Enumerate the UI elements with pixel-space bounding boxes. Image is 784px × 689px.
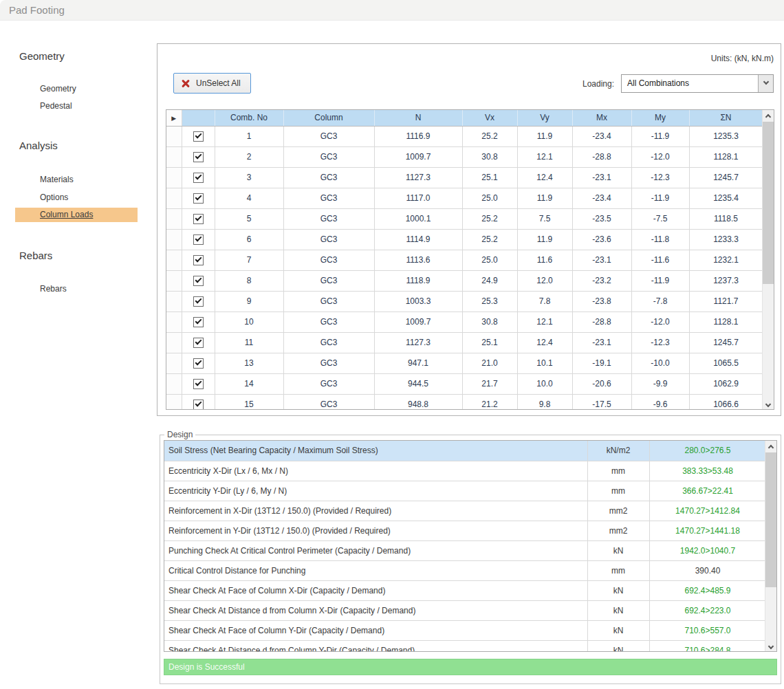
- row-checkbox[interactable]: [193, 400, 204, 410]
- column-header-n[interactable]: N: [374, 110, 462, 126]
- row-checkbox[interactable]: [193, 317, 204, 327]
- cell-mx: -23.5: [572, 208, 631, 229]
- scroll-up-button[interactable]: [763, 110, 774, 122]
- cell-n: 1114.9: [374, 229, 462, 250]
- checkbox-cell[interactable]: [182, 394, 215, 410]
- cell-my: -11.9: [631, 270, 689, 291]
- checkbox-cell[interactable]: [182, 167, 215, 188]
- loads-row: 13GC3947.121.010.1-19.1-10.01065.5: [166, 353, 763, 373]
- row-header-cell[interactable]: [166, 353, 182, 373]
- checkbox-cell[interactable]: [182, 250, 215, 270]
- cell-mx: -23.2: [572, 270, 631, 291]
- row-checkbox[interactable]: [193, 338, 204, 348]
- cell-column: GC3: [283, 126, 374, 146]
- design-scrollbar[interactable]: [765, 441, 776, 651]
- check-icon: [195, 338, 202, 345]
- row-checkbox[interactable]: [193, 234, 204, 245]
- sidebar-item-options[interactable]: Options: [40, 193, 68, 202]
- row-checkbox[interactable]: [193, 358, 204, 369]
- scroll-down-button[interactable]: [765, 639, 776, 651]
- design-row[interactable]: Reinforcement in Y-Dir (13T12 / 150.0) (…: [164, 521, 766, 540]
- row-header-cell[interactable]: [166, 270, 182, 291]
- design-row[interactable]: Shear Check At Face of Column Y-Dir (Cap…: [164, 620, 766, 640]
- dropdown-arrow-button[interactable]: [758, 75, 773, 92]
- column-header-checkbox[interactable]: [182, 110, 215, 126]
- cell-vx: 25.3: [462, 291, 517, 311]
- column-header-mx[interactable]: Mx: [572, 110, 631, 126]
- checkbox-cell[interactable]: [182, 332, 215, 353]
- chevron-down-icon: [763, 79, 768, 85]
- column-header-vx[interactable]: Vx: [462, 110, 517, 126]
- scroll-down-button[interactable]: [763, 397, 774, 409]
- cell-mx: -28.8: [572, 311, 631, 332]
- loads-scrollbar[interactable]: [762, 110, 774, 409]
- column-header--n[interactable]: ΣN: [689, 110, 763, 126]
- row-header-cell[interactable]: [166, 311, 182, 332]
- cell-n: 1009.7: [374, 311, 462, 332]
- row-header-cell[interactable]: [166, 229, 182, 250]
- row-checkbox[interactable]: [193, 193, 204, 204]
- column-header-my[interactable]: My: [631, 110, 689, 126]
- row-header-corner[interactable]: ▶: [166, 110, 182, 126]
- column-header-vy[interactable]: Vy: [517, 110, 572, 126]
- column-header-column[interactable]: Column: [283, 110, 374, 126]
- row-header-cell[interactable]: [166, 332, 182, 353]
- checkbox-cell[interactable]: [182, 229, 215, 250]
- scroll-up-button[interactable]: [765, 441, 776, 452]
- row-checkbox[interactable]: [193, 276, 204, 286]
- checkbox-cell[interactable]: [182, 126, 215, 146]
- row-header-cell[interactable]: [166, 208, 182, 229]
- checkbox-cell[interactable]: [182, 291, 215, 311]
- row-header-cell[interactable]: [166, 394, 182, 410]
- row-header-cell[interactable]: [166, 373, 182, 394]
- unselect-all-button[interactable]: UnSelect All: [173, 73, 251, 94]
- design-row[interactable]: Eccentricity X-Dir (Lx / 6, Mx / N)mm383…: [164, 461, 766, 481]
- design-row[interactable]: Soil Stress (Net Bearing Capacity / Maxi…: [164, 441, 766, 461]
- cell-comb-no: 13: [215, 353, 283, 373]
- scrollbar-thumb[interactable]: [765, 452, 776, 587]
- row-checkbox[interactable]: [193, 255, 204, 265]
- row-header-cell[interactable]: [166, 291, 182, 311]
- row-header-cell[interactable]: [166, 167, 182, 188]
- design-row[interactable]: Eccentricity Y-Dir (Ly / 6, My / N)mm366…: [164, 481, 766, 501]
- design-row[interactable]: Shear Check At Distance d from Column Y-…: [164, 640, 766, 652]
- row-header-cell[interactable]: [166, 146, 182, 167]
- sidebar-item-materials[interactable]: Materials: [40, 175, 74, 184]
- window-title: Pad Footing: [9, 0, 65, 21]
- sidebar-item-column-loads[interactable]: Column Loads: [15, 208, 138, 222]
- checkbox-cell[interactable]: [182, 146, 215, 167]
- row-checkbox[interactable]: [193, 173, 204, 183]
- cell-vx: 25.2: [462, 126, 517, 146]
- design-value: 710.6>557.0: [649, 620, 766, 640]
- row-checkbox[interactable]: [193, 214, 204, 224]
- checkbox-cell[interactable]: [182, 353, 215, 373]
- checkbox-cell[interactable]: [182, 373, 215, 394]
- checkbox-cell[interactable]: [182, 270, 215, 291]
- row-header-cell[interactable]: [166, 188, 182, 208]
- design-row[interactable]: Shear Check At Face of Column X-Dir (Cap…: [164, 580, 766, 600]
- row-checkbox[interactable]: [193, 152, 204, 162]
- cell-my: -10.0: [631, 353, 689, 373]
- row-checkbox[interactable]: [193, 379, 204, 389]
- design-table: Soil Stress (Net Bearing Capacity / Maxi…: [164, 441, 767, 652]
- design-value: 383.33>53.48: [649, 461, 766, 481]
- row-checkbox[interactable]: [193, 296, 204, 307]
- loading-dropdown[interactable]: All Combinations: [621, 74, 774, 93]
- sidebar-item-rebars[interactable]: Rebars: [40, 284, 67, 294]
- check-icon: [195, 235, 202, 242]
- row-header-cell[interactable]: [166, 126, 182, 146]
- scrollbar-thumb[interactable]: [763, 122, 774, 284]
- row-header-cell[interactable]: [166, 250, 182, 270]
- checkbox-cell[interactable]: [182, 311, 215, 332]
- design-row[interactable]: Critical Control Distance for Punchingmm…: [164, 560, 766, 580]
- design-unit: mm: [587, 461, 649, 481]
- row-checkbox[interactable]: [193, 131, 204, 142]
- sidebar-item-geometry[interactable]: Geometry: [40, 84, 76, 94]
- sidebar-item-pedestal[interactable]: Pedestal: [40, 101, 72, 111]
- column-header-comb-no[interactable]: Comb. No: [215, 110, 283, 126]
- checkbox-cell[interactable]: [182, 208, 215, 229]
- checkbox-cell[interactable]: [182, 188, 215, 208]
- design-row[interactable]: Punching Check At Critical Control Perim…: [164, 540, 766, 560]
- design-row[interactable]: Shear Check At Distance d from Column X-…: [164, 600, 766, 620]
- design-row[interactable]: Reinforcement in X-Dir (13T12 / 150.0) (…: [164, 501, 766, 521]
